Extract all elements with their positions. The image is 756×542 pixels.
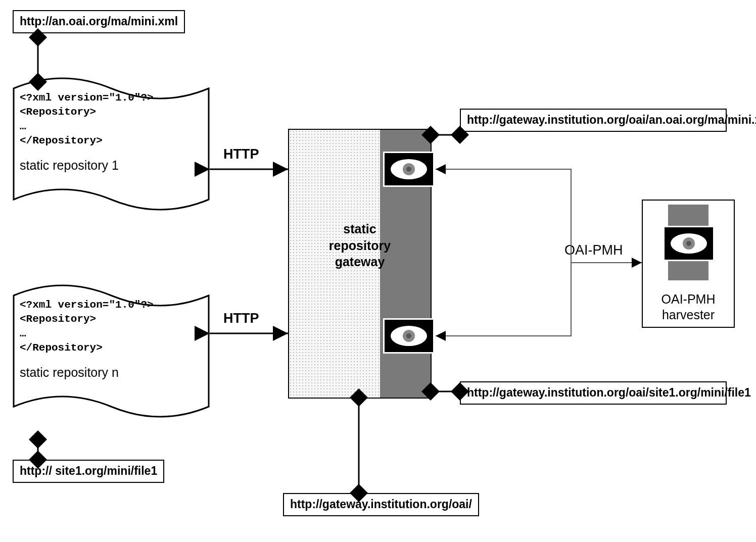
url-box-repon: http:// site1.org/mini/file1 [13, 460, 164, 483]
edge-label-http: HTTP [222, 311, 260, 326]
document-repon: <?xml version="1.0"?> <Repository> … </R… [13, 283, 210, 419]
doc-caption: static repository 1 [20, 157, 203, 174]
eye-icon [663, 226, 715, 261]
svg-point-10 [406, 167, 411, 172]
url-text: http:// site1.org/mini/file1 [20, 464, 157, 477]
edge-label-http: HTTP [222, 146, 260, 162]
document-repo1: <?xml version="1.0"?> <Repository> … </R… [13, 76, 210, 212]
eye-icon [383, 318, 435, 354]
url-text: http://gateway.institution.org/oai/ [290, 498, 472, 511]
xml-line: <Repository> [20, 312, 203, 326]
gateway-label: static repository gateway [289, 221, 431, 270]
url-box-repo1: http://an.oai.org/ma/mini.xml [13, 10, 185, 33]
url-box-gateway-base: http://gateway.institution.org/oai/ [283, 493, 479, 516]
xml-line: </Repository> [20, 341, 203, 355]
url-text: http://an.oai.org/ma/mini.xml [20, 15, 178, 28]
xml-line: </Repository> [20, 134, 203, 148]
url-box-gateway-repon: http://gateway.institution.org/oai/site1… [460, 381, 727, 405]
xml-line: <?xml version="1.0"?> [20, 298, 203, 312]
svg-point-13 [406, 333, 411, 338]
url-text: http://gateway.institution.org/oai/site1… [467, 386, 751, 399]
edge-label-oaipmh: OAI-PMH [563, 242, 624, 258]
url-box-gateway-repo1: http://gateway.institution.org/oai/an.oa… [460, 109, 727, 132]
harvester-label: OAI-PMH harvester [643, 291, 734, 323]
xml-line: … [20, 120, 203, 134]
xml-line: <Repository> [20, 105, 203, 119]
svg-point-16 [686, 241, 691, 246]
xml-line: … [20, 327, 203, 341]
eye-icon [383, 152, 435, 187]
doc-caption: static repository n [20, 364, 203, 381]
oai-pmh-harvester: OAI-PMH harvester [642, 200, 735, 328]
xml-line: <?xml version="1.0"?> [20, 91, 203, 105]
url-text: http://gateway.institution.org/oai/an.oa… [467, 113, 756, 126]
